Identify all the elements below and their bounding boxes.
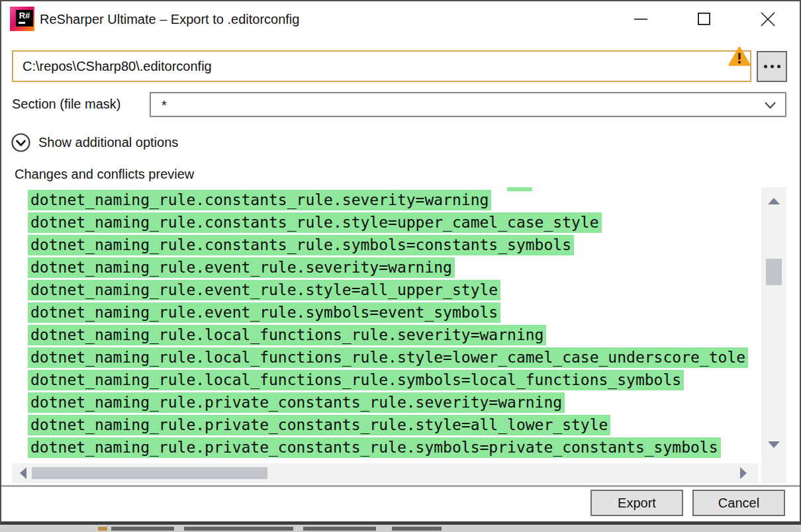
scroll-left-arrow-icon[interactable] xyxy=(20,467,26,479)
window-title: ReSharper Ultimate – Export to .editorco… xyxy=(40,12,299,27)
preview-line-text: dotnet_naming_rule.local_functions_rule.… xyxy=(28,325,546,345)
ellipsis-icon xyxy=(771,65,774,68)
close-icon xyxy=(761,12,775,26)
preview-line-text: dotnet_naming_rule.constants_rule.symbol… xyxy=(28,235,574,255)
horizontal-scrollbar-thumb[interactable] xyxy=(32,467,267,479)
preview-line: dotnet_naming_rule.event_rule.style=all_… xyxy=(28,280,748,302)
section-combobox[interactable]: * xyxy=(150,92,786,117)
ellipsis-icon xyxy=(777,65,780,68)
changes-preview-pane[interactable]: dotnet_naming_rule.constants_rule.severi… xyxy=(12,187,761,461)
preview-line: dotnet_naming_rule.constants_rule.severi… xyxy=(28,190,748,212)
preview-line: dotnet_naming_rule.constants_rule.symbol… xyxy=(28,235,748,257)
preview-line: dotnet_naming_rule.event_rule.severity=w… xyxy=(28,257,748,280)
preview-line-text: dotnet_naming_rule.local_functions_rule.… xyxy=(28,347,748,368)
resharper-logo-underscore xyxy=(19,22,25,24)
chevron-down-circle-icon xyxy=(11,132,31,153)
warning-icon xyxy=(728,46,751,67)
preview-line-text: dotnet_naming_rule.local_functions_rule.… xyxy=(28,370,684,390)
scroll-up-arrow-icon[interactable] xyxy=(768,198,780,204)
preview-line: dotnet_naming_rule.local_functions_rule.… xyxy=(28,325,748,347)
preview-line-text: dotnet_naming_rule.event_rule.style=all_… xyxy=(28,280,500,300)
minimize-button[interactable] xyxy=(609,1,673,37)
cancel-button[interactable]: Cancel xyxy=(692,490,785,516)
title-bar[interactable]: R# ReSharper Ultimate – Export to .edito… xyxy=(1,1,800,37)
browse-button[interactable] xyxy=(757,51,787,82)
preview-line-text: dotnet_naming_rule.event_rule.severity=w… xyxy=(28,257,455,278)
export-button[interactable]: Export xyxy=(590,490,683,516)
chevron-down-icon xyxy=(765,102,776,109)
maximize-icon xyxy=(697,12,712,26)
preview-line-text: dotnet_naming_rule.event_rule.symbols=ev… xyxy=(28,302,500,323)
preview-line: dotnet_naming_rule.private_constants_rul… xyxy=(28,437,748,460)
background-window-strip xyxy=(0,525,801,532)
vertical-scrollbar-thumb[interactable] xyxy=(766,259,782,285)
background-artifact xyxy=(184,527,293,531)
preview-line-text: dotnet_naming_rule.constants_rule.style=… xyxy=(28,212,602,233)
resharper-logo-box: R# xyxy=(16,10,33,26)
preview-line: dotnet_naming_rule.event_rule.symbols=ev… xyxy=(28,302,748,325)
vertical-scrollbar[interactable] xyxy=(761,187,786,483)
preview-lines: dotnet_naming_rule.constants_rule.severi… xyxy=(28,190,748,460)
scroll-down-arrow-icon[interactable] xyxy=(768,441,780,448)
minimize-icon xyxy=(634,12,648,26)
background-artifact xyxy=(392,527,442,531)
ellipsis-icon xyxy=(764,65,767,68)
preview-line-text: dotnet_naming_rule.constants_rule.severi… xyxy=(28,190,491,210)
close-button[interactable] xyxy=(736,1,800,37)
background-artifact xyxy=(303,527,376,531)
background-artifact xyxy=(98,527,107,531)
preview-line: dotnet_naming_rule.local_functions_rule.… xyxy=(28,347,748,370)
show-additional-options-label: Show additional options xyxy=(38,135,178,150)
preview-line-text: dotnet_naming_rule.private_constants_rul… xyxy=(28,415,610,435)
preview-line-text: dotnet_naming_rule.private_constants_rul… xyxy=(28,392,565,413)
preview-line: dotnet_naming_rule.constants_rule.style=… xyxy=(28,212,748,235)
file-path-input[interactable] xyxy=(12,50,751,82)
window-controls xyxy=(609,1,800,37)
background-artifact xyxy=(111,527,174,531)
preview-line: dotnet_naming_rule.private_constants_rul… xyxy=(28,392,748,415)
section-combobox-value: * xyxy=(162,95,167,115)
preview-section-label: Changes and conflicts preview xyxy=(15,167,194,182)
horizontal-scrollbar[interactable] xyxy=(12,463,759,483)
scroll-right-arrow-icon[interactable] xyxy=(740,467,747,479)
show-additional-options-toggle[interactable]: Show additional options xyxy=(11,132,178,153)
preview-line: dotnet_naming_rule.private_constants_rul… xyxy=(28,415,748,437)
preview-line: dotnet_naming_rule.local_functions_rule.… xyxy=(28,370,748,392)
resharper-logo-text: R# xyxy=(16,11,33,21)
section-file-mask-label: Section (file mask) xyxy=(12,97,121,112)
maximize-button[interactable] xyxy=(673,1,736,37)
screenshot-root: R# ReSharper Ultimate – Export to .edito… xyxy=(0,0,801,532)
resharper-logo-icon: R# xyxy=(10,7,34,31)
footer-separator xyxy=(1,485,800,487)
preview-line-text: dotnet_naming_rule.private_constants_rul… xyxy=(28,437,721,458)
